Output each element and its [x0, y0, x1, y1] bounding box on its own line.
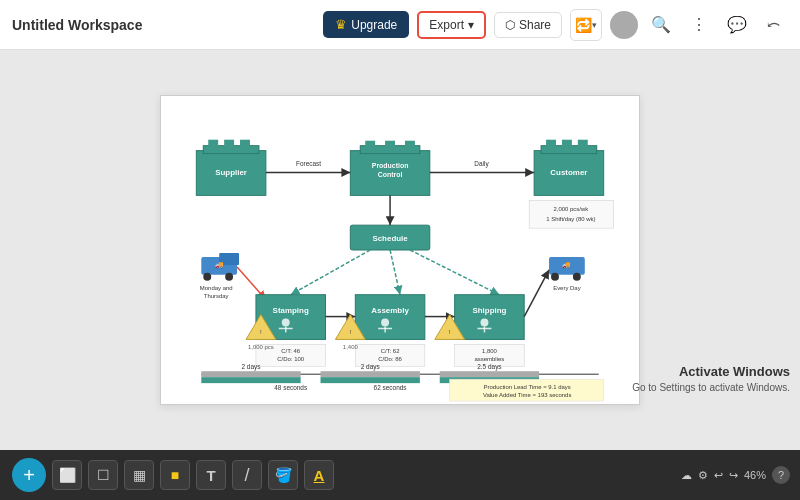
svg-text:C/Do: 86: C/Do: 86 [378, 356, 402, 362]
bottom-toolbar: + ⬜ ☐ ▦ ■ T / 🪣 A ☁ ⚙ ↩ ↪ 46% ? [0, 450, 800, 500]
svg-point-42 [551, 273, 559, 281]
svg-point-35 [203, 273, 211, 281]
svg-text:62 seconds: 62 seconds [374, 384, 407, 391]
search-icon: 🔍 [651, 15, 671, 34]
svg-text:Every Day: Every Day [553, 285, 580, 291]
svg-text:Control: Control [378, 171, 403, 178]
svg-rect-86 [321, 377, 420, 383]
svg-text:1 Shift/day (80 wk): 1 Shift/day (80 wk) [546, 216, 595, 222]
zoom-icon: 🔁 [575, 17, 592, 33]
share-icon: ⬡ [505, 18, 515, 32]
page-icon: ⬜ [59, 467, 76, 483]
more-options-button[interactable]: ⋮ [684, 10, 714, 40]
svg-rect-7 [405, 141, 415, 151]
frame-icon: ☐ [97, 467, 110, 483]
frame-tool-button[interactable]: ☐ [88, 460, 118, 490]
svg-rect-83 [321, 371, 420, 377]
wifi-icon: ☁ [681, 469, 692, 482]
share-button[interactable]: ⬡ Share [494, 12, 562, 38]
svg-point-36 [225, 273, 233, 281]
avatar [610, 11, 638, 39]
svg-text:🚚: 🚚 [562, 260, 571, 269]
svg-rect-12 [224, 140, 234, 150]
dropdown-arrow: ▾ [592, 20, 597, 30]
svg-point-48 [282, 319, 290, 327]
svg-rect-13 [240, 140, 250, 150]
svg-rect-85 [201, 377, 300, 383]
battery-pct: 46% [744, 469, 766, 481]
calendar-icon: ▦ [133, 467, 146, 483]
page-tool-button[interactable]: ⬜ [52, 460, 82, 490]
svg-text:C/Do: 100: C/Do: 100 [277, 356, 304, 362]
text-icon: T [206, 467, 215, 484]
svg-text:🚚: 🚚 [215, 260, 224, 269]
svg-text:Production Lead Time = 9.1 day: Production Lead Time = 9.1 days [484, 384, 571, 390]
paint-tool-button[interactable]: 🪣 [268, 460, 298, 490]
svg-text:Stamping: Stamping [273, 306, 309, 315]
svg-rect-6 [385, 141, 395, 151]
svg-rect-54 [355, 295, 425, 340]
crown-icon: ♛ [335, 17, 347, 32]
bottom-right-status: ☁ ⚙ ↩ ↪ 46% ? [681, 466, 790, 484]
svg-text:2.5 days: 2.5 days [477, 363, 501, 371]
svg-point-64 [480, 319, 488, 327]
canvas-area[interactable]: Value Stream Map Template Type something… [0, 50, 800, 450]
svg-text:Thursday: Thursday [204, 293, 229, 299]
svg-rect-5 [365, 141, 375, 151]
svg-text:1,000 pcs: 1,000 pcs [248, 344, 274, 350]
svg-text:Customer: Customer [550, 168, 587, 177]
vsm-diagram: Production Control Supplier Customer For [161, 96, 639, 404]
svg-text:Schedule: Schedule [372, 234, 408, 243]
svg-text:Daily: Daily [474, 160, 489, 168]
svg-text:Production: Production [372, 162, 409, 169]
search-button[interactable]: 🔍 [646, 10, 676, 40]
svg-text:Shipping: Shipping [472, 306, 506, 315]
paint-icon: 🪣 [275, 467, 292, 483]
svg-text:Monday and: Monday and [200, 285, 233, 291]
svg-text:2 days: 2 days [361, 363, 380, 371]
zoom-control-button[interactable]: 🔁 ▾ [570, 9, 602, 41]
workspace-title: Untitled Workspace [12, 17, 315, 33]
sticky-icon: ■ [171, 467, 179, 483]
line-tool-button[interactable]: / [232, 460, 262, 490]
upgrade-button[interactable]: ♛ Upgrade [323, 11, 409, 38]
chat-button[interactable]: 💬 [722, 10, 752, 40]
svg-point-56 [381, 319, 389, 327]
svg-rect-18 [562, 140, 572, 150]
svg-text:2,000 pcs/wk: 2,000 pcs/wk [554, 206, 589, 212]
more-icon: ⋮ [691, 15, 707, 34]
sticky-tool-button[interactable]: ■ [160, 460, 190, 490]
svg-text:1,800: 1,800 [482, 348, 498, 354]
svg-rect-24 [529, 200, 613, 228]
line-icon: / [244, 465, 249, 486]
svg-text:48 seconds: 48 seconds [274, 384, 307, 391]
svg-rect-19 [578, 140, 588, 150]
svg-rect-82 [201, 371, 300, 377]
redo-button[interactable]: ↪ [729, 469, 738, 482]
undo-button[interactable]: ↩ [714, 469, 723, 482]
highlight-icon: A [314, 467, 325, 484]
svg-rect-62 [455, 295, 525, 340]
svg-rect-84 [440, 371, 539, 377]
svg-rect-17 [546, 140, 556, 150]
svg-text:Value Added Time = 193 seconds: Value Added Time = 193 seconds [483, 392, 571, 398]
export-button[interactable]: Export ▾ [417, 11, 486, 39]
svg-text:C/T: 46: C/T: 46 [281, 348, 301, 354]
add-button[interactable]: + [12, 458, 46, 492]
svg-text:2 days: 2 days [241, 363, 260, 371]
svg-text:Assembly: Assembly [371, 306, 409, 315]
svg-text:C/T: 62: C/T: 62 [381, 348, 401, 354]
highlight-tool-button[interactable]: A [304, 460, 334, 490]
svg-text:Supplier: Supplier [215, 168, 247, 177]
history-button[interactable]: ⤺ [758, 10, 788, 40]
text-tool-button[interactable]: T [196, 460, 226, 490]
activate-windows-notice: Activate Windows Go to Settings to activ… [632, 363, 790, 395]
help-button[interactable]: ? [772, 466, 790, 484]
history-icon: ⤺ [767, 15, 780, 34]
calendar-tool-button[interactable]: ▦ [124, 460, 154, 490]
diagram-container: Value Stream Map Template Type something… [160, 95, 640, 405]
svg-text:Forecast: Forecast [296, 160, 321, 167]
svg-rect-11 [208, 140, 218, 150]
svg-text:1,400: 1,400 [343, 344, 359, 350]
chat-icon: 💬 [727, 15, 747, 34]
